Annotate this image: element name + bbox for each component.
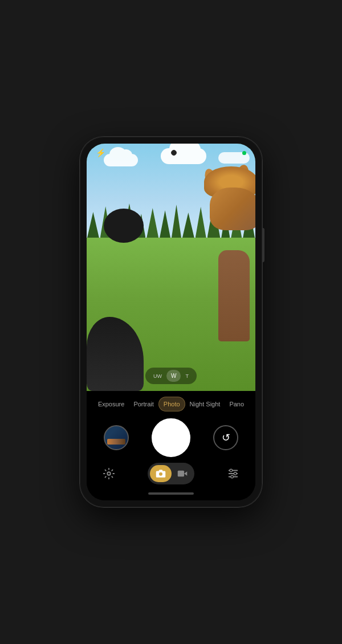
gear-icon [103, 467, 115, 480]
zoom-t-button[interactable]: T [182, 371, 192, 381]
svg-point-1 [159, 472, 162, 476]
zoom-uw-button[interactable]: UW [150, 371, 165, 381]
mode-photo[interactable]: Photo [158, 397, 185, 411]
mode-exposure[interactable]: Exposure [93, 397, 129, 411]
tree [196, 207, 206, 238]
toggle-row [87, 462, 255, 489]
camera-viewfinder[interactable]: UW W T [87, 144, 255, 391]
dark-animal-head [104, 209, 144, 243]
bottom-controls: Exposure Portrait Photo Night Sight Pano… [87, 391, 255, 500]
video-mode-button[interactable] [173, 465, 192, 482]
zoom-w-button[interactable]: W [166, 370, 181, 382]
phone-screen: ⚡ [87, 144, 255, 500]
green-indicator [242, 151, 246, 155]
flash-icon[interactable]: ⚡ [96, 148, 105, 157]
flip-icon: ↺ [222, 431, 230, 444]
mode-pano[interactable]: Pano [225, 397, 249, 411]
zoom-controls: UW W T [145, 368, 197, 384]
status-bar: ⚡ [87, 144, 255, 162]
adjust-icon [227, 467, 239, 480]
tree [87, 212, 99, 238]
tree [182, 213, 194, 238]
shutter-button[interactable] [152, 418, 190, 457]
svg-rect-3 [178, 471, 184, 477]
camera-video-toggle [148, 463, 194, 484]
tree [146, 208, 158, 238]
mode-night-sight[interactable]: Night Sight [185, 397, 225, 411]
svg-marker-2 [184, 471, 187, 476]
svg-point-7 [230, 469, 233, 472]
alpaca-neck [218, 250, 250, 341]
shutter-row: ↺ [87, 416, 255, 462]
svg-point-0 [107, 472, 111, 475]
adjust-button[interactable] [222, 463, 244, 484]
settings-button[interactable] [98, 463, 120, 484]
svg-point-8 [234, 472, 237, 475]
alpaca-head [210, 188, 255, 230]
mode-selector: Exposure Portrait Photo Night Sight Pano [87, 391, 255, 416]
svg-point-9 [231, 475, 234, 478]
home-indicator [148, 492, 194, 495]
front-camera [171, 150, 177, 156]
mode-portrait[interactable]: Portrait [129, 397, 158, 411]
gallery-thumbnail[interactable] [104, 425, 129, 450]
tree [160, 210, 170, 238]
flip-camera-button[interactable]: ↺ [213, 425, 238, 450]
viewfinder-image [87, 144, 255, 391]
phone-frame: ⚡ [80, 137, 262, 507]
camera-icon [156, 468, 166, 479]
camera-mode-button[interactable] [150, 465, 172, 482]
tree [172, 205, 181, 238]
video-icon [177, 468, 188, 479]
home-bar [87, 489, 255, 500]
shutter-inner [155, 422, 187, 454]
